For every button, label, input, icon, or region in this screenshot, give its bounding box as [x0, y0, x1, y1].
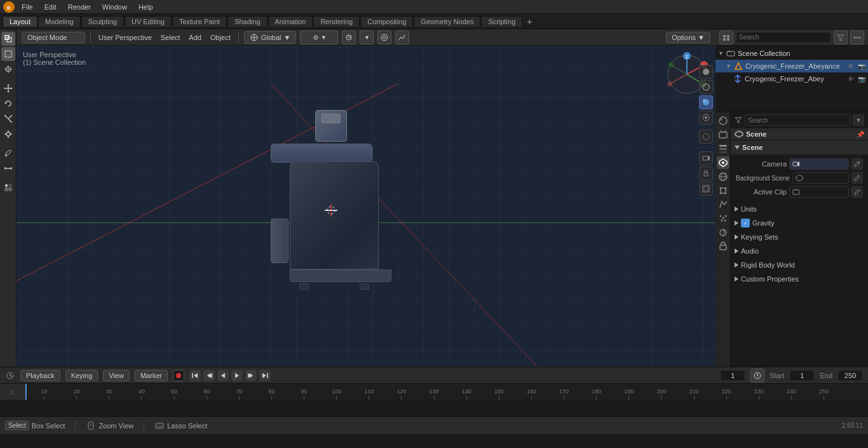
- outliner-display-mode[interactable]: [719, 31, 733, 44]
- play-button[interactable]: [231, 370, 243, 381]
- active-clip-eyedropper[interactable]: [851, 186, 863, 198]
- viewport-shading-solid[interactable]: [699, 65, 713, 79]
- tool-scale[interactable]: [1, 112, 15, 126]
- properties-search-input[interactable]: [745, 114, 850, 126]
- timeline-playhead[interactable]: [25, 384, 27, 400]
- tool-add-object[interactable]: [1, 180, 15, 194]
- object-mode-dropdown[interactable]: Object Mode: [22, 32, 85, 43]
- tab-shading[interactable]: Shading: [227, 16, 267, 27]
- keying-sets-section-header[interactable]: Keying Sets: [731, 230, 868, 244]
- units-section-header[interactable]: Units: [731, 202, 868, 216]
- tool-select[interactable]: [1, 32, 15, 46]
- scene-section-header[interactable]: Scene: [731, 140, 868, 154]
- render-camera-icon-0[interactable]: 📷: [858, 63, 865, 70]
- jump-to-end-button[interactable]: [259, 370, 271, 381]
- tab-compositing[interactable]: Compositing: [360, 16, 413, 27]
- outliner-filter-button[interactable]: [834, 31, 848, 44]
- tool-measure[interactable]: [1, 161, 15, 175]
- props-tab-object[interactable]: [717, 184, 729, 197]
- start-frame-input[interactable]: [789, 370, 815, 381]
- tool-cursor[interactable]: [1, 62, 15, 76]
- audio-section-header[interactable]: Audio: [731, 244, 868, 258]
- lock-camera-to-view[interactable]: [699, 166, 713, 180]
- record-button[interactable]: [173, 370, 184, 381]
- viewport-render-region[interactable]: [699, 182, 713, 196]
- props-tab-output[interactable]: [717, 128, 729, 141]
- menu-edit[interactable]: Edit: [39, 2, 62, 12]
- menu-file[interactable]: File: [17, 2, 38, 12]
- clock-icon[interactable]: [750, 369, 764, 383]
- props-tab-modifiers[interactable]: [717, 198, 729, 211]
- custom-properties-section-header[interactable]: Custom Properties: [731, 272, 868, 286]
- tab-layout[interactable]: Layout: [3, 16, 37, 27]
- gravity-checkbox[interactable]: ✓: [741, 219, 750, 227]
- tab-texture-paint[interactable]: Texture Paint: [172, 16, 227, 27]
- select-menu-btn[interactable]: Select: [158, 32, 183, 43]
- pivot-dropdown[interactable]: ▼: [300, 31, 338, 44]
- end-frame-input[interactable]: [837, 370, 863, 381]
- tab-sculpting[interactable]: Sculpting: [81, 16, 124, 27]
- props-tab-render[interactable]: [717, 114, 729, 127]
- timeline-ruler[interactable]: 1 10203040506070809010011012013014015016…: [0, 383, 868, 400]
- outliner-options[interactable]: [850, 31, 864, 44]
- camera-eyedropper[interactable]: [851, 158, 863, 170]
- props-tab-physics[interactable]: [717, 226, 729, 239]
- marker-menu-btn[interactable]: Marker: [135, 370, 168, 381]
- visibility-eye-icon-1[interactable]: 👁: [848, 76, 854, 83]
- step-forward-button[interactable]: [245, 370, 257, 381]
- outliner-scene-collection[interactable]: ▼ Scene Collection: [715, 47, 868, 60]
- snap-options[interactable]: ▼: [360, 31, 374, 44]
- outliner-search-input[interactable]: [736, 32, 831, 43]
- tool-rotate[interactable]: [1, 97, 15, 111]
- menu-render[interactable]: Render: [63, 2, 96, 12]
- tool-move[interactable]: [1, 81, 15, 95]
- proportional-edit[interactable]: [377, 31, 391, 44]
- graph-editor[interactable]: [395, 31, 409, 44]
- active-clip-value-box[interactable]: [789, 186, 849, 198]
- current-frame-input[interactable]: [720, 370, 745, 381]
- play-reverse-button[interactable]: [217, 370, 229, 381]
- camera-value-box[interactable]: [789, 158, 849, 170]
- gravity-section-header[interactable]: ✓ Gravity: [731, 216, 868, 230]
- view-menu-btn[interactable]: User Perspective: [96, 32, 154, 43]
- keying-menu-btn[interactable]: Keying: [65, 370, 98, 381]
- tab-uv-editing[interactable]: UV Editing: [125, 16, 172, 27]
- viewport-canvas[interactable]: User Perspective (1) Scene Collection: [17, 46, 715, 367]
- menu-window[interactable]: Window: [97, 2, 132, 12]
- properties-filter-options[interactable]: ▼: [853, 114, 864, 126]
- xray-toggle[interactable]: [699, 130, 713, 144]
- viewport-camera-view[interactable]: [699, 151, 713, 165]
- playback-menu-btn[interactable]: Playback: [20, 370, 60, 381]
- background-scene-value-box[interactable]: [792, 172, 849, 184]
- properties-pin-icon[interactable]: 📌: [857, 131, 864, 138]
- props-tab-constraints[interactable]: [717, 240, 729, 253]
- tool-transform[interactable]: [1, 127, 15, 141]
- options-button[interactable]: Options ▼: [666, 32, 710, 43]
- background-scene-eyedropper[interactable]: [851, 172, 863, 184]
- step-back-button[interactable]: [203, 370, 215, 381]
- props-tab-world[interactable]: [717, 170, 729, 183]
- render-camera-icon-1[interactable]: 📷: [858, 76, 865, 83]
- add-menu-btn[interactable]: Add: [186, 32, 204, 43]
- tab-modeling[interactable]: Modeling: [38, 16, 81, 27]
- add-workspace-button[interactable]: +: [523, 15, 536, 28]
- props-tab-view-layer[interactable]: [717, 142, 729, 155]
- tool-annotate[interactable]: [1, 146, 15, 160]
- menu-help[interactable]: Help: [133, 2, 158, 12]
- snap-toggle[interactable]: [342, 31, 356, 44]
- tab-scripting[interactable]: Scripting: [481, 16, 522, 27]
- rigid-body-world-section-header[interactable]: Rigid Body World: [731, 258, 868, 272]
- tab-geometry-nodes[interactable]: Geometry Nodes: [414, 16, 480, 27]
- outliner-item-freezer-abeyance[interactable]: ▼ Cryogenic_Freezer_Abeyance 👁 📷: [715, 60, 868, 72]
- tool-select-box[interactable]: [1, 47, 15, 61]
- viewport-shading-rendered[interactable]: [699, 95, 713, 109]
- object-menu-btn[interactable]: Object: [208, 32, 233, 43]
- tab-rendering[interactable]: Rendering: [313, 16, 360, 27]
- outliner-item-freezer-abey[interactable]: Cryogenic_Freezer_Abey 👁 📷: [715, 72, 868, 85]
- view-menu-btn-timeline[interactable]: View: [103, 370, 130, 381]
- visibility-eye-icon-0[interactable]: 👁: [848, 63, 854, 70]
- props-tab-particles[interactable]: [717, 212, 729, 225]
- tab-animation[interactable]: Animation: [268, 16, 313, 27]
- viewport-shading-material[interactable]: [699, 80, 713, 94]
- transform-orientation-dropdown[interactable]: Global ▼: [244, 31, 297, 44]
